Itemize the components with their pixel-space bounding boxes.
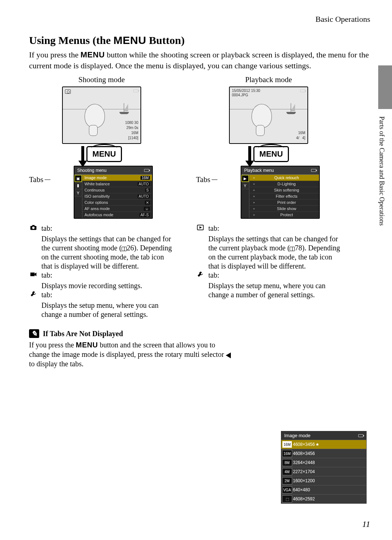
left-arrow-icon (226, 352, 231, 358)
menu-row: ▫Print order (249, 200, 319, 206)
menu-row: ▫Quick retouch (249, 175, 319, 181)
camera-tab-icon (29, 224, 38, 233)
playback-mode-title: Playback mode (196, 75, 341, 84)
playback-tab-icon: ▶ (241, 175, 249, 182)
tab-label: tab: (41, 224, 52, 233)
osd-filename: 0004.JPG (232, 93, 248, 97)
movie-tab-icon: ▮ (74, 182, 82, 189)
t: Displays movie recording settings. (41, 281, 174, 290)
menu-row: ISO sensitivityAUTO (82, 193, 152, 200)
shooting-tab-descriptions: tab: Displays the settings that can be c… (29, 224, 174, 319)
tabs-label-playback: Tabs (196, 175, 210, 184)
title-pre: Using Menus (the (29, 34, 114, 46)
arrow-down-icon (248, 146, 251, 162)
t: If you press the (29, 341, 76, 349)
tab-label: tab: (208, 271, 219, 280)
tabs-label-shooting: Tabs (29, 175, 43, 184)
menu-button-illustration: MENU (86, 146, 122, 162)
menu-row: AF area mode☺ (82, 206, 152, 212)
image-mode-row: 8M3264×2448 (281, 458, 366, 467)
note-heading: If Tabs Are Not Displayed (43, 330, 123, 338)
t: to display the tabs. (29, 360, 83, 368)
wrench-tab-icon (196, 271, 205, 280)
playback-tab-icon (196, 224, 205, 233)
intro-a: If you press the (29, 50, 81, 59)
wrench-tab-icon (29, 290, 38, 299)
menu-row: Image mode16M (82, 175, 152, 181)
image-mode-title: Image mode (284, 433, 310, 438)
osd-rec-time: 29m 0s (126, 126, 138, 130)
battery-icon (311, 169, 316, 172)
image-mode-panel: Image mode 16M4608×3456★16M4608×34568M32… (281, 431, 367, 504)
menu-row: Autofocus modeAF-S (82, 212, 152, 218)
osd-size-badge: 16M (298, 131, 305, 135)
battery-icon (300, 89, 305, 92)
t: 78 (295, 244, 302, 252)
menu-row: ▫Slide show (249, 206, 319, 212)
page-number: 11 (362, 519, 370, 529)
movie-tab-icon (29, 271, 38, 280)
menu-row: ▫Protect (249, 212, 319, 218)
osd-date: 15/05/2012 15:30 (232, 89, 260, 93)
menu-row: ▫Filter effects (249, 193, 319, 200)
thumb-tab (378, 65, 392, 109)
side-section-label: Parts of the Camera and Basic Operations (378, 116, 385, 226)
tab-label: tab: (41, 271, 52, 280)
menu-row: ▫D-Lighting (249, 181, 319, 187)
t: Displays the setup menu, where you can c… (208, 281, 341, 299)
svg-rect-1 (32, 225, 35, 226)
shooting-panel-title: Shooting menu (77, 168, 107, 173)
note-icon: ✎ (29, 329, 39, 338)
shooting-mode-title: Shooting mode (29, 75, 174, 84)
intro-paragraph: If you press the MENU button while the s… (29, 49, 370, 71)
menu-row: ContinuousS (82, 187, 152, 193)
menu-row: ▫Skin softening (249, 187, 319, 193)
arrow-down-icon (81, 146, 84, 162)
osd-remaining: [1140] (128, 136, 138, 140)
t: Displays the setup menu, where you can c… (41, 301, 174, 319)
playback-column: Playback mode 15/05/2012 15:30 0004.JPG … (196, 75, 341, 319)
svg-point-2 (32, 227, 35, 229)
svg-rect-3 (30, 273, 35, 276)
menu-row: White balanceAUTO (82, 181, 152, 187)
battery-icon (358, 434, 363, 437)
image-mode-row: 4M2272×1704 (281, 467, 366, 476)
page-ref-icon (122, 247, 127, 251)
osd-rec-quality: 1080 30 (125, 121, 138, 125)
setup-tab-icon: Y (74, 189, 82, 197)
setup-tab-icon: Y (241, 182, 249, 189)
image-mode-row: 2M1600×1200 (281, 476, 366, 485)
image-mode-row: VGA640×480 (281, 485, 366, 494)
page-ref-icon (290, 247, 295, 251)
title-post: Button) (146, 34, 185, 46)
playback-panel-title: Playback menu (244, 168, 274, 173)
menu-word: MENU (114, 34, 146, 46)
tab-label: tab: (41, 290, 52, 299)
camera-mode-icon (65, 89, 71, 94)
shooting-tab-icon: ▣ (74, 175, 82, 182)
page-title: Using Menus (the MENU Button) (29, 34, 370, 47)
osd-size-badge: 16M (131, 131, 138, 135)
t: 26 (127, 244, 134, 252)
running-header: Basic Operations (29, 15, 370, 24)
image-mode-row: ⬚4608×2592 (281, 494, 366, 503)
battery-icon (133, 89, 138, 92)
playback-tab-descriptions: tab: Displays the settings that can be c… (196, 224, 341, 299)
intro-menu: MENU (81, 50, 105, 59)
note-section: ✎ If Tabs Are Not Displayed If you press… (29, 329, 370, 368)
menu-button-illustration: MENU (253, 146, 289, 162)
shooting-column: Shooting mode 1080 30 29m 0s 16M [1140] … (29, 75, 174, 319)
image-mode-row: 16M4608×3456★ (281, 440, 366, 449)
osd-total: 4] (302, 136, 305, 140)
image-mode-row: 16M4608×3456 (281, 449, 366, 458)
menu-word: MENU (76, 341, 98, 349)
playback-screen: 15/05/2012 15:30 0004.JPG 16M 4/ 4] (229, 86, 308, 144)
shooting-menu-panel: Shooting menu ▣ ▮ Y Image mode16MWhite b… (74, 166, 153, 219)
tab-label: tab: (208, 224, 219, 233)
battery-icon (144, 169, 149, 172)
menu-row: Color options✕ (82, 200, 152, 206)
osd-index: 4/ (296, 136, 299, 140)
shooting-screen: 1080 30 29m 0s 16M [1140] (62, 86, 141, 144)
playback-menu-panel: Playback menu ▶ Y ▫Quick retouch▫D-Light… (241, 166, 320, 219)
